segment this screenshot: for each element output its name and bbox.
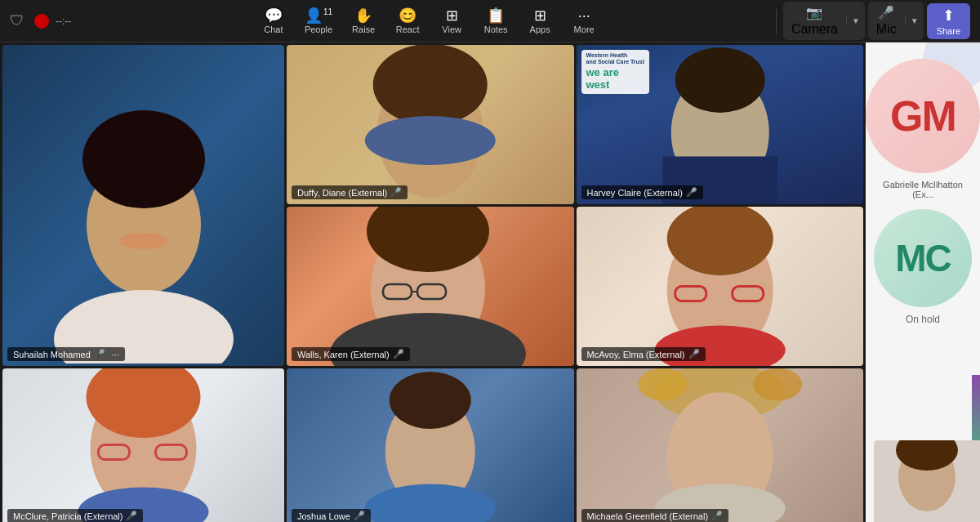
camera-icon: 📷 — [806, 5, 822, 20]
name-tag-suhailah: Suhailah Mohamed 🎤 ··· — [7, 347, 125, 361]
svg-point-28 — [365, 484, 496, 522]
react-button[interactable]: 😊 React — [386, 5, 429, 38]
notes-label: Notes — [484, 25, 508, 34]
name-tag-karen: Walls, Karen (External) 🎤 — [292, 347, 410, 361]
more-label: More — [574, 25, 595, 34]
view-icon: ⊞ — [446, 8, 458, 23]
mic-label: Mic — [876, 22, 897, 37]
people-button[interactable]: 👤11 People — [296, 5, 341, 38]
participant-name: McAvoy, Elma (External) — [587, 350, 685, 359]
video-grid: Suhailah Mohamed 🎤 ··· Duffy, Diane (Ext… — [0, 42, 866, 522]
apps-button[interactable]: ⊞ Apps — [519, 5, 561, 38]
participant-name: Walls, Karen (External) — [297, 350, 390, 359]
suhailah-video — [2, 45, 284, 364]
call-timer: --:-- — [56, 16, 85, 27]
mcavoy-video — [577, 207, 864, 366]
more-icon: ··· — [578, 8, 590, 23]
main-content: Suhailah Mohamed 🎤 ··· Duffy, Diane (Ext… — [0, 42, 980, 522]
toolbar-center: 💬 Chat 👤11 People ✋ Raise 😊 React ⊞ View… — [88, 5, 769, 38]
avatar-initials-gm: GM — [890, 91, 956, 141]
duffy-video — [287, 45, 574, 204]
bottom-person-video — [874, 440, 980, 522]
react-icon: 😊 — [399, 8, 416, 23]
more-options: ··· — [112, 350, 119, 359]
gabrielle-name: Gabrielle McIlhatton (Ex... — [874, 180, 972, 199]
raise-button[interactable]: ✋ Raise — [342, 5, 385, 38]
apps-label: Apps — [530, 25, 550, 34]
participant-name: Suhailah Mohamed — [13, 350, 91, 359]
view-label: View — [442, 25, 461, 34]
name-tag-joshua: Joshua Lowe 🎤 — [292, 509, 371, 522]
avatar-initials-mo: MC — [895, 236, 951, 280]
toolbar-right: 📷 Camera ▼ 🎤 Mic ▼ ⬆ Share — [783, 2, 970, 40]
mic-off-icon: 🎤 — [354, 511, 365, 521]
color-stripe — [972, 375, 980, 440]
svg-point-8 — [675, 47, 764, 113]
notes-button[interactable]: 📋 Notes — [474, 5, 517, 38]
raise-icon: ✋ — [354, 8, 372, 23]
bottom-person-thumbnail — [874, 440, 980, 522]
svg-point-6 — [365, 116, 496, 165]
michaela-video — [577, 368, 864, 522]
chat-label: Chat — [264, 25, 283, 34]
name-tag-michaela: Michaela Greenfield (External) 🎤 — [581, 509, 729, 522]
svg-point-27 — [390, 372, 471, 429]
camera-label: Camera — [791, 22, 838, 37]
people-icon: 👤11 — [305, 8, 332, 23]
name-tag-harvey: Harvey Claire (External) 🎤 — [581, 185, 703, 199]
right-panel: GM Gabrielle McIlhatton (Ex... MC On hol… — [866, 42, 980, 522]
participant-name: Michaela Greenfield (External) — [587, 511, 709, 521]
video-cell-mcavoy: McAvoy, Elma (External) 🎤 — [577, 207, 864, 366]
mic-icon: 🎤 — [878, 5, 894, 20]
avatar-gabrielle: GM — [866, 59, 980, 173]
raise-label: Raise — [352, 25, 375, 34]
avatar-mo: MC — [874, 209, 972, 307]
participant-name: McClure, Patricia (External) — [13, 511, 122, 521]
people-label: People — [305, 25, 332, 34]
video-cell-karen: Walls, Karen (External) 🎤 — [287, 207, 574, 366]
view-button[interactable]: ⊞ View — [430, 5, 473, 38]
chat-button[interactable]: 💬 Chat — [252, 5, 295, 38]
mic-off-icon: 🎤 — [126, 511, 137, 521]
toolbar-separator — [776, 9, 777, 33]
mic-off-icon: 🎤 — [686, 187, 697, 198]
video-cell-mcclure: McClure, Patricia (External) 🎤 — [2, 368, 284, 522]
video-cell-joshua: Joshua Lowe 🎤 — [287, 368, 574, 522]
mic-off-icon: 🎤 — [94, 349, 105, 359]
mic-control: 🎤 Mic ▼ — [868, 2, 924, 40]
notes-icon: 📋 — [487, 8, 505, 23]
chat-icon: 💬 — [265, 8, 283, 23]
chevron-down-icon: ▼ — [911, 16, 919, 25]
harvey-video — [577, 45, 864, 204]
on-hold-label: On hold — [906, 314, 940, 325]
share-button[interactable]: ⬆ Share — [927, 3, 970, 39]
chevron-down-icon: ▼ — [852, 16, 860, 25]
mic-off-icon: 🎤 — [711, 511, 723, 521]
shield-icon: 🛡 — [10, 12, 28, 30]
react-label: React — [396, 25, 420, 34]
video-cell-suhailah: Suhailah Mohamed 🎤 ··· — [2, 45, 284, 366]
name-tag-duffy: Duffy, Diane (External) 🎤 — [292, 185, 408, 199]
name-tag-mcclure: McClure, Patricia (External) 🎤 — [7, 509, 143, 522]
svg-point-1 — [82, 110, 205, 208]
video-cell-michaela: Michaela Greenfield (External) 🎤 — [577, 368, 864, 522]
mic-off-icon: 🎤 — [393, 349, 404, 359]
toolbar-left: 🛡 --:-- — [10, 12, 85, 30]
joshua-video — [287, 368, 574, 522]
camera-button[interactable]: 📷 Camera — [783, 2, 846, 40]
participant-name: Joshua Lowe — [297, 511, 350, 521]
video-cell-duffy: Duffy, Diane (External) 🎤 — [287, 45, 574, 204]
share-icon: ⬆ — [942, 7, 955, 25]
camera-dropdown[interactable]: ▼ — [846, 16, 865, 25]
mic-button[interactable]: 🎤 Mic — [868, 2, 905, 40]
mic-off-icon: 🎤 — [390, 187, 402, 198]
more-button[interactable]: ··· More — [563, 5, 605, 38]
svg-point-5 — [373, 45, 488, 126]
svg-point-30 — [638, 368, 687, 401]
mic-dropdown[interactable]: ▼ — [905, 16, 924, 25]
share-label: Share — [937, 26, 960, 36]
camera-control: 📷 Camera ▼ — [783, 2, 865, 40]
name-tag-mcavoy: McAvoy, Elma (External) 🎤 — [581, 347, 706, 361]
top-bar: 🛡 --:-- 💬 Chat 👤11 People ✋ Raise 😊 Reac… — [0, 0, 980, 42]
mic-off-icon: 🎤 — [688, 349, 700, 359]
